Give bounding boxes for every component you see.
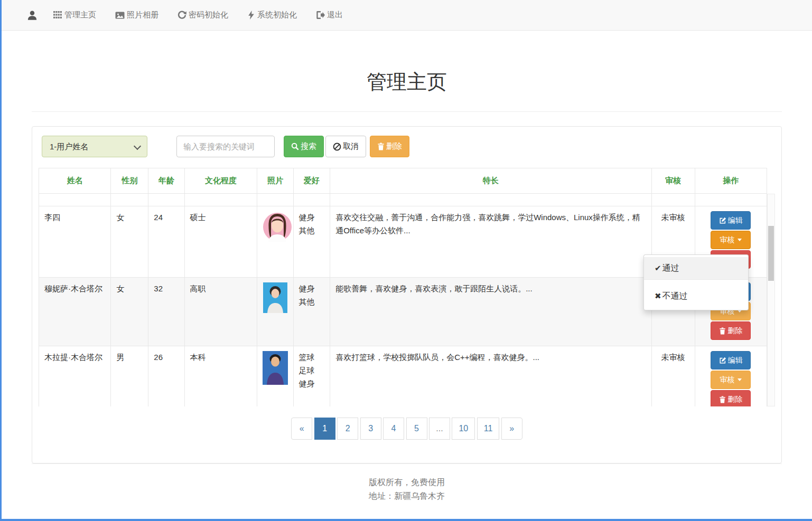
review-dropdown-button[interactable]: 审核 [711,231,751,249]
ban-icon [333,143,341,151]
picture-icon [115,11,125,20]
dropdown-divider [644,280,748,285]
col-gender: 性别 [111,168,148,194]
nav-item-system-init[interactable]: 系统初始化 [247,10,297,20]
cell-gender: 女 [111,206,148,278]
flash-icon [247,11,255,20]
user-photo [263,282,287,313]
cell-name: 木拉提·木合塔尔 [39,346,111,407]
review-dropdown-menu: ✔ 通过 ✖ 不通过 [643,254,749,310]
cancel-button[interactable]: 取消 [325,136,366,157]
table-scrollbar[interactable] [767,194,775,406]
nav-item-label: 照片相册 [127,10,158,20]
main-panel: 1-用户姓名 搜索 取消 [32,126,782,463]
nav-item-label: 管理主页 [64,10,96,20]
delete-button[interactable]: 删除 [711,390,751,406]
col-photo: 照片 [257,168,293,194]
nav-item-photo-album[interactable]: 照片相册 [115,10,158,20]
search-field-select-wrap: 1-用户姓名 [42,136,147,157]
pagination-page-10[interactable]: 10 [452,418,475,440]
search-input[interactable] [176,136,275,157]
cell-specialty: 能歌善舞，喜欢健身，喜欢表演，敢于跟陌生人说话。... [330,278,652,346]
col-actions: 操作 [695,168,767,194]
page-title: 管理主页 [2,69,812,96]
search-button[interactable]: 搜索 [284,136,324,157]
user-photo [263,211,292,244]
pagination-page-1[interactable]: 1 [314,418,335,440]
cell-photo [257,346,293,407]
cell-hobbies: 健身 其他 [293,278,330,346]
cell-actions: 编辑 审核 [695,206,767,278]
table-row: 李四 女 24 硕士 [39,206,767,278]
search-field-select[interactable]: 1-用户姓名 [42,136,147,157]
col-review: 审核 [651,168,695,194]
pagination-page-2[interactable]: 2 [337,418,358,440]
col-age: 年龄 [148,168,184,194]
approve-menu-item[interactable]: ✔ 通过 [644,257,748,280]
search-toolbar: 1-用户姓名 搜索 取消 [32,127,781,168]
nav-item-label: 系统初始化 [257,10,297,20]
user-table: 姓名 性别 年龄 文化程度 照片 爱好 特长 审核 操作 [39,168,767,406]
cell-gender: 男 [111,346,148,407]
col-name: 姓名 [39,168,111,194]
title-divider [32,111,782,112]
table-scrollbar-thumb[interactable] [768,226,774,281]
pagination-ellipsis: ... [429,418,450,440]
cell-name: 穆妮萨·木合塔尔 [39,278,111,346]
edit-square-icon [719,217,726,224]
footer-copyright: 版权所有，免费使用 [2,476,812,489]
refresh-icon [178,11,186,20]
trash-icon [719,396,726,403]
spacer-row [39,194,767,206]
bulk-delete-button[interactable]: 删除 [370,136,409,157]
logout-icon [316,11,325,20]
pagination-page-11[interactable]: 11 [477,418,500,440]
cell-education: 硕士 [184,206,257,278]
table-header-row: 姓名 性别 年龄 文化程度 照片 爱好 特长 审核 操作 [39,168,767,194]
user-icon [27,10,38,21]
navbar: 管理主页 照片相册 密码初始化 系统初始化 退出 [2,0,812,31]
check-icon: ✔ [655,262,661,275]
nav-item-label: 密码初始化 [189,10,228,20]
delete-button[interactable]: 删除 [711,321,751,340]
user-photo [263,351,288,385]
edit-button[interactable]: 编辑 [711,211,751,230]
pagination-page-3[interactable]: 3 [360,418,381,440]
pagination-prev[interactable]: « [291,418,312,440]
edit-button[interactable]: 编辑 [711,351,751,370]
cell-photo [257,278,293,346]
col-hobby: 爱好 [293,168,330,194]
navbar-user-button[interactable] [27,10,38,21]
reject-menu-item[interactable]: ✖ 不通过 [644,285,748,307]
cell-photo [257,206,293,278]
cell-specialty: 喜欢交往交融，善于沟通，合作能力强，喜欢跳舞，学过Windows、Linux操作… [330,206,652,278]
cell-hobbies: 篮球 足球 健身 [293,346,330,407]
cell-age: 26 [148,346,184,407]
x-icon: ✖ [655,290,661,303]
nav-item-logout[interactable]: 退出 [316,10,343,20]
trash-icon [719,327,726,335]
cell-education: 本科 [184,346,257,407]
footer: 版权所有，免费使用 地址：新疆乌鲁木齐 [2,464,812,504]
cell-review-status: 未审核 [651,346,695,407]
cell-name: 李四 [39,206,111,278]
cell-gender: 女 [111,278,148,346]
col-specialty: 特长 [330,168,652,194]
cell-specialty: 喜欢打篮球，学校投掷队队员，会C++编程，喜欢健身。... [330,346,652,407]
review-dropdown-button[interactable]: 审核 [711,371,751,389]
caret-down-icon [738,378,742,381]
nav-item-admin-home[interactable]: 管理主页 [53,10,96,20]
pagination-page-5[interactable]: 5 [406,418,427,440]
nav-item-password-init[interactable]: 密码初始化 [178,10,228,20]
cell-education: 高职 [184,278,257,346]
pagination-next[interactable]: » [501,418,522,440]
caret-down-icon [738,239,742,241]
footer-address: 地址：新疆乌鲁木齐 [2,489,812,503]
trash-icon [377,143,385,150]
cell-age: 32 [148,278,184,346]
nav-item-label: 退出 [327,10,343,20]
cell-age: 24 [148,206,184,278]
pagination-page-4[interactable]: 4 [383,418,404,440]
col-education: 文化程度 [184,168,257,194]
magnifier-icon [291,143,299,150]
